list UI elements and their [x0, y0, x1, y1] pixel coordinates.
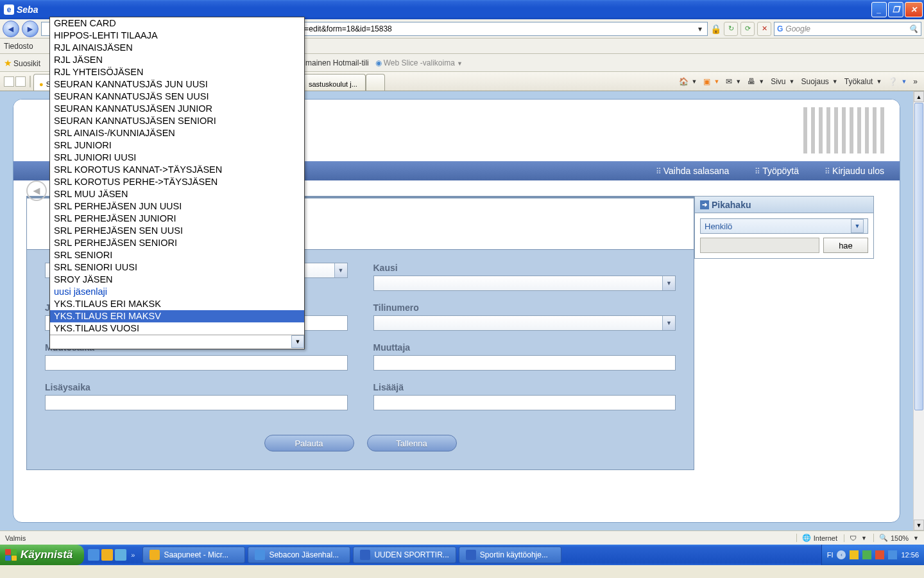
membership-type-dropdown[interactable]: GREEN CARDHIPPOS-LEHTI TILAAJARJL AINAIS… — [49, 17, 305, 349]
minimize-button[interactable]: _ — [871, 2, 887, 17]
tray-icon-4[interactable] — [888, 550, 897, 559]
tools-menu[interactable]: Työkalut▼ — [844, 77, 882, 86]
dropdown-option[interactable]: RJL YHTEISÖJÄSEN — [50, 66, 304, 78]
safety-menu[interactable]: Suojaus▼ — [801, 77, 837, 86]
task-sebacon[interactable]: Sebacon Jäsenhal... — [248, 547, 350, 563]
favorites-button[interactable]: ★Suosikit — [4, 58, 40, 68]
home-button[interactable]: 🏠▼ — [679, 77, 697, 86]
tray-clock[interactable]: 12:56 — [901, 551, 919, 559]
ql-outlook-icon[interactable] — [101, 549, 113, 561]
print-button[interactable]: 🖶▼ — [748, 77, 764, 86]
task-word2[interactable]: Sportin käyttöohje... — [459, 547, 561, 563]
quick-search-type-select[interactable]: Henkilö ▼ — [700, 218, 868, 234]
dropdown-option[interactable]: SRL MUU JÄSEN — [50, 188, 304, 200]
back-button[interactable]: ◄ — [3, 21, 19, 37]
dropdown-option[interactable]: SRL JUNIORI — [50, 139, 304, 152]
vertical-scrollbar[interactable]: ▲ ▼ — [913, 91, 924, 530]
page-menu[interactable]: Sivu▼ — [771, 77, 794, 86]
dropdown-option[interactable]: SRL PERHEJÄSEN JUNIORI — [50, 213, 304, 225]
dropdown-option[interactable]: YKS.TILAUS ERI MAKSK — [50, 298, 304, 310]
compat-button[interactable]: ↻ — [724, 22, 738, 36]
field-muuttaja: Muuttaja — [373, 342, 676, 371]
muuttaja-input[interactable] — [373, 355, 676, 371]
google-icon: G — [777, 24, 783, 33]
dropdown-option[interactable]: SRL PERHEJÄSEN SENIORI — [50, 237, 304, 249]
lisaysaika-input[interactable] — [45, 395, 348, 410]
dropdown-option[interactable]: YKS.TILAUS ERI MAKSV — [50, 310, 304, 322]
windows-logo-icon — [5, 549, 17, 561]
nav-desktop[interactable]: ⠿Työpöytä — [755, 166, 799, 176]
search-go-icon[interactable]: 🔍 — [909, 24, 918, 33]
refresh-button[interactable]: ⟳ — [740, 22, 755, 36]
dropdown-option[interactable]: RJL AINAISJÄSEN — [50, 42, 304, 54]
dropdown-option[interactable]: RJL JÄSEN — [50, 54, 304, 66]
dropdown-option[interactable]: HIPPOS-LEHTI TILAAJA — [50, 30, 304, 42]
mail-button[interactable]: ✉▼ — [726, 77, 741, 86]
dropdown-option[interactable]: SRL AINAIS-/KUNNIAJÄSEN — [50, 127, 304, 139]
dropdown-option[interactable]: SEURAN KANNATUSJÄS JUN UUSI — [50, 78, 304, 91]
help-button[interactable]: ❔▼ — [888, 77, 907, 86]
kausi-select[interactable]: ▼ — [373, 276, 676, 291]
zoom-control[interactable]: 🔍 150% ▼ — [873, 534, 919, 542]
star-icon: ★ — [4, 58, 12, 68]
field-kausi: Kausi ▼ — [373, 263, 676, 291]
forward-button[interactable]: ► — [22, 21, 38, 37]
back-round-button[interactable]: ◄ — [26, 180, 47, 201]
tray-icon-1[interactable] — [850, 550, 859, 559]
task-word1[interactable]: UUDEN SPORTTIR... — [353, 547, 456, 563]
tray-icon-3[interactable] — [875, 550, 884, 559]
quick-search-button[interactable]: hae — [823, 238, 868, 253]
scroll-up-icon[interactable]: ▲ — [914, 91, 924, 102]
save-button[interactable]: Tallenna — [367, 435, 457, 451]
ql-desktop-icon[interactable] — [115, 549, 126, 561]
dropdown-option[interactable]: SRL KOROTUS KANNAT->TÄYSJÄSEN — [50, 164, 304, 176]
start-button[interactable]: Käynnistä — [0, 545, 84, 565]
dropdown-option[interactable]: YKS.TILAUS VUOSI — [50, 322, 304, 335]
menu-file[interactable]: Tiedosto — [4, 42, 33, 51]
dropdown-option[interactable]: SRL PERHEJÄSEN SEN UUSI — [50, 225, 304, 237]
dropdown-option[interactable]: GREEN CARD — [50, 17, 304, 30]
dropdown-option[interactable]: uusi jäsenlaji — [50, 286, 304, 298]
tray-icon-2[interactable] — [862, 550, 871, 559]
quick-tabs-button[interactable] — [4, 76, 26, 87]
feeds-button[interactable]: ▣▼ — [703, 77, 719, 86]
protected-mode-icon[interactable]: 🛡 ▼ — [844, 534, 867, 542]
search-box[interactable]: G Google 🔍 — [774, 22, 921, 36]
dropdown-option[interactable]: SRL JUNIORI UUSI — [50, 152, 304, 164]
stop-button[interactable]: ✕ — [757, 22, 771, 36]
tilinumero-select[interactable]: ▼ — [373, 315, 676, 331]
maximize-button[interactable]: ❐ — [888, 2, 903, 17]
label-lisaaja: Lisääjä — [373, 382, 676, 392]
new-tab-button[interactable] — [366, 74, 385, 91]
quick-search-input[interactable] — [700, 238, 819, 253]
label-kausi: Kausi — [373, 263, 676, 273]
chevron-down-icon[interactable]: ▼ — [291, 335, 304, 348]
ql-ie-icon[interactable] — [88, 549, 99, 561]
scroll-thumb[interactable] — [914, 103, 923, 410]
dropdown-option[interactable]: SRL SENIORI — [50, 249, 304, 261]
lisaaja-input[interactable] — [373, 395, 676, 410]
dropdown-option[interactable]: SRL PERHEJÄSEN JUN UUSI — [50, 200, 304, 213]
scroll-down-icon[interactable]: ▼ — [914, 520, 924, 530]
nav-logout[interactable]: ⠿Kirjaudu ulos — [825, 166, 884, 176]
tray-arrow-icon[interactable]: ‹ — [837, 550, 846, 559]
address-dropdown-icon[interactable]: ▾ — [696, 24, 705, 33]
nav-change-password[interactable]: ⠿Vaihda salasana — [656, 166, 729, 176]
dropdown-option[interactable]: SRL KOROTUS PERHE->TÄYSJÄSEN — [50, 176, 304, 188]
dropdown-option[interactable]: SRL SENIORI UUSI — [50, 261, 304, 274]
close-button[interactable]: ✕ — [905, 2, 923, 17]
fav-webslice[interactable]: ◉Web Slice -valikoima▼ — [375, 58, 463, 67]
more-chevrons-icon[interactable]: » — [913, 77, 918, 86]
muutosaika-input[interactable] — [45, 355, 348, 371]
window-title: Seba — [17, 4, 38, 15]
ql-expand-icon[interactable]: » — [128, 551, 137, 559]
dropdown-option[interactable]: SEURAN KANNATUSJÄS SEN UUSI — [50, 91, 304, 103]
dropdown-option[interactable]: SROY JÄSEN — [50, 274, 304, 286]
reset-button[interactable]: Palauta — [264, 435, 354, 451]
tab-2[interactable]: sastuskoulut j... — [303, 74, 366, 91]
dropdown-option[interactable]: SEURAN KANNATUSJÄSEN JUNIOR — [50, 103, 304, 115]
task-outlook[interactable]: Saapuneet - Micr... — [142, 547, 245, 563]
tray-lang[interactable]: FI — [827, 551, 834, 559]
dropdown-option[interactable]: SEURAN KANNATUSJÄSEN SENIORI — [50, 115, 304, 127]
security-zone[interactable]: 🌐Internet — [796, 534, 837, 542]
